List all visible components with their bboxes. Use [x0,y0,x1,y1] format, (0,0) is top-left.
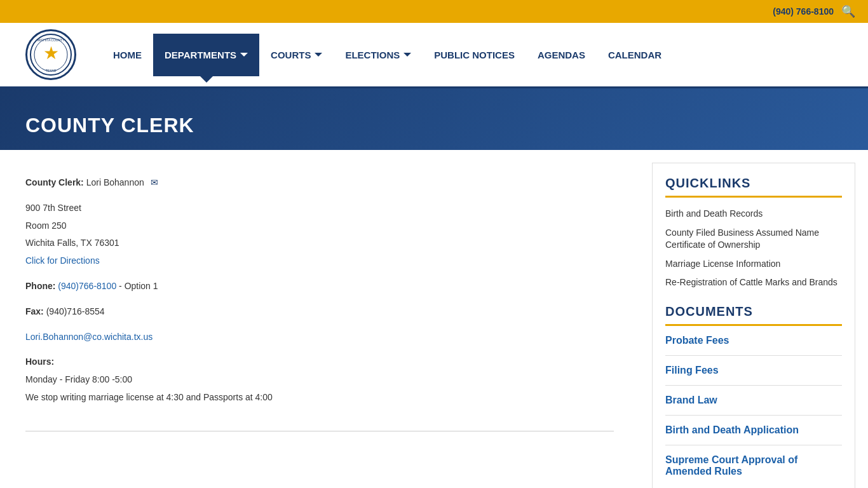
list-item: Birth and Death Records [665,208,842,220]
quicklinks-list: Birth and Death Records County Filed Bus… [665,208,842,289]
logo-area: ★ WICHITA COUNTY TEXAS [0,23,102,86]
logo: ★ WICHITA COUNTY TEXAS [25,29,76,80]
phone-option: - Option 1 [119,281,158,291]
quicklink-business-assumed-name[interactable]: County Filed Business Assumed Name Certi… [665,227,819,250]
email-link[interactable]: Lori.Bohannon@co.wichita.tx.us [25,332,153,342]
nav-home[interactable]: HOME [102,34,153,76]
seal-svg: ★ WICHITA COUNTY TEXAS [29,32,73,77]
list-item: Marriage License Information [665,258,842,271]
list-item: Brand Law [665,386,842,416]
doc-birth-death-app[interactable]: Birth and Death Application [665,424,799,435]
list-item: Probate Fees [665,326,842,356]
phone-label: Phone: [25,281,55,291]
chevron-down-icon [403,53,411,57]
svg-text:WICHITA COUNTY: WICHITA COUNTY [37,38,65,42]
header: ★ WICHITA COUNTY TEXAS HOME DEPARTMENTS … [0,23,868,88]
email-icon[interactable]: ✉ [151,175,158,191]
nav-public-notices[interactable]: PUBLIC NOTICES [423,34,526,76]
quicklink-marriage-license[interactable]: Marriage License Information [665,259,780,269]
fax-label: Fax: [25,306,44,316]
nav-departments[interactable]: DEPARTMENTS [153,34,259,76]
clerk-name: Lori Bohannon [86,177,144,187]
main-content: County Clerk: Lori Bohannon ✉ 900 7th St… [0,150,868,488]
content-divider [25,431,614,431]
documents-title: DOCUMENTS [665,304,842,326]
list-item: Supreme Court Approval of Amended Rules [665,445,842,486]
directions-link[interactable]: Click for Directions [25,255,100,266]
hours-label: Hours: [25,356,54,367]
quicklinks-title: QUICKLINKS [665,176,842,198]
address-line2: Room 250 [25,219,614,234]
sidebar-box: QUICKLINKS Birth and Death Records Count… [652,163,855,488]
phone-link[interactable]: (940)766-8100 [58,281,116,291]
sidebar: QUICKLINKS Birth and Death Records Count… [639,150,868,488]
list-item: Filing Fees [665,356,842,386]
documents-list: Probate Fees Filing Fees Brand Law Birth… [665,326,842,486]
hours-line2: We stop writing marriage license at 4:30… [25,390,614,405]
page-banner: COUNTY CLERK [0,88,868,150]
list-item: Re-Registration of Cattle Marks and Bran… [665,276,842,289]
search-icon[interactable]: 🔍 [841,4,855,18]
nav-courts[interactable]: COURTS [259,34,334,76]
quicklink-cattle-marks[interactable]: Re-Registration of Cattle Marks and Bran… [665,277,837,287]
clerk-label: County Clerk: [25,177,84,187]
nav-agendas[interactable]: AGENDAS [526,34,597,76]
doc-brand-law[interactable]: Brand Law [665,395,717,405]
chevron-down-icon [240,53,248,57]
address-line3: Wichita Falls, TX 76301 [25,236,614,251]
doc-probate-fees[interactable]: Probate Fees [665,335,729,346]
main-nav: HOME DEPARTMENTS COURTS ELECTIONS PUBLIC… [102,34,868,76]
doc-supreme-court[interactable]: Supreme Court Approval of Amended Rules [665,454,797,477]
page-title: COUNTY CLERK [25,114,843,137]
content-area: County Clerk: Lori Bohannon ✉ 900 7th St… [0,150,639,457]
hours-line1: Monday - Friday 8:00 -5:00 [25,372,614,388]
fax-number: (940)716-8554 [46,306,105,316]
nav-elections[interactable]: ELECTIONS [334,34,423,76]
chevron-down-icon [315,53,322,57]
quicklink-birth-death-records[interactable]: Birth and Death Records [665,208,763,219]
list-item: County Filed Business Assumed Name Certi… [665,227,842,252]
phone-number: (940) 766-8100 [773,6,834,17]
contact-info: County Clerk: Lori Bohannon ✉ 900 7th St… [25,175,614,405]
nav-calendar[interactable]: CALENDAR [597,34,673,76]
doc-filing-fees[interactable]: Filing Fees [665,365,719,376]
list-item: Birth and Death Application [665,416,842,445]
svg-text:TEXAS: TEXAS [46,69,57,72]
svg-text:★: ★ [43,43,59,63]
address-line1: 900 7th Street [25,201,614,216]
top-bar: (940) 766-8100 🔍 [0,0,868,23]
